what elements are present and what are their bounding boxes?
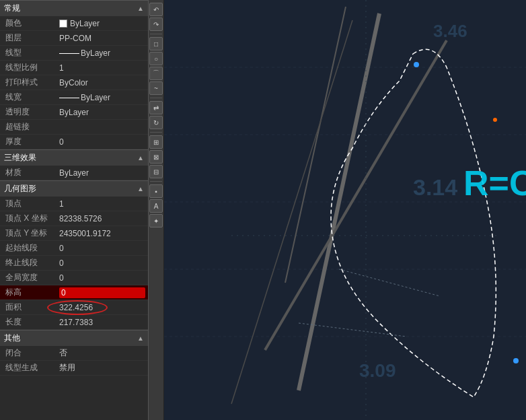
- prop-elevation: 标高 0: [0, 285, 148, 300]
- toolbar-btn-rotate[interactable]: ↻: [149, 116, 163, 129]
- prop-end-seg-value: 0: [59, 258, 145, 268]
- toolbar-btn-undo[interactable]: ↶: [149, 3, 163, 16]
- prop-area-value: 322.4256: [59, 303, 145, 312]
- prop-area: 面积 322.4256: [0, 300, 148, 315]
- cad-drawing: 3.14 3.46 3.09 R=C: [164, 0, 526, 420]
- prop-thickness-value: 0: [59, 137, 145, 147]
- prop-linescale-value: 1: [59, 63, 145, 73]
- toolbar-sep-4: [150, 181, 162, 182]
- toolbar-sep-3: [150, 132, 162, 133]
- section-other[interactable]: 其他 ▲: [0, 330, 148, 346]
- prop-start-seg-value: 0: [59, 244, 145, 253]
- color-swatch: [59, 20, 67, 28]
- svg-text:R=C: R=C: [463, 164, 526, 203]
- prop-linetype-value: ByLayer: [59, 48, 145, 58]
- svg-text:3.46: 3.46: [433, 21, 467, 41]
- prop-elevation-value: 0: [59, 287, 145, 298]
- toolbar-btn-hatch[interactable]: ⊟: [149, 165, 163, 178]
- prop-vertex-y-value: 2435001.9172: [59, 229, 145, 238]
- section-other-arrow: ▲: [137, 335, 144, 342]
- toolbar-sep-1: [150, 34, 162, 34]
- prop-color: 颜色 ByLayer: [0, 16, 148, 31]
- svg-point-9: [513, 358, 519, 363]
- prop-layer-value: PP-COM: [59, 34, 145, 43]
- prop-length: 长度 217.7383: [0, 315, 148, 330]
- toolbar-btn-arc[interactable]: ⌒: [149, 67, 163, 80]
- prop-linescale: 线型比例 1: [0, 61, 148, 75]
- prop-vertex-y-label: 顶点 Y 坐标: [5, 228, 59, 239]
- prop-linewidth: 线宽 ByLayer: [0, 90, 148, 105]
- prop-vertex-label: 顶点: [5, 198, 59, 209]
- prop-vertex: 顶点 1: [0, 197, 148, 211]
- properties-panel: 常规 ▲ 颜色 ByLayer 图层 PP-COM 线型 ByLayer 线型比…: [0, 0, 148, 420]
- line-swatch: [59, 53, 79, 54]
- linewidth-swatch: [59, 98, 79, 98]
- prop-thickness: 厚度 0: [0, 135, 148, 149]
- prop-vertex-x-label: 顶点 X 坐标: [5, 213, 59, 224]
- svg-point-8: [414, 62, 419, 67]
- prop-vertex-y: 顶点 Y 坐标 2435001.9172: [0, 226, 148, 241]
- prop-linegen-label: 线型生成: [5, 362, 59, 374]
- prop-color-value: ByLayer: [59, 19, 145, 28]
- section-3d[interactable]: 三维效果 ▲: [0, 149, 148, 166]
- section-other-label: 其他: [4, 332, 20, 344]
- section-geometry-label: 几何图形: [4, 183, 36, 195]
- toolbar-btn-star[interactable]: ✦: [149, 214, 163, 228]
- toolbar-btn-fill[interactable]: ▪: [149, 184, 163, 198]
- prop-hyperlink-label: 超链接: [5, 121, 59, 133]
- prop-linescale-label: 线型比例: [5, 62, 59, 73]
- toolbar-btn-text[interactable]: A: [149, 199, 163, 213]
- prop-linetype-label: 线型: [5, 47, 59, 59]
- prop-plotstyle-label: 打印样式: [5, 77, 59, 88]
- section-3d-arrow: ▲: [137, 154, 144, 162]
- section-geometry[interactable]: 几何图形 ▲: [0, 180, 148, 197]
- section-general-arrow: ▲: [137, 5, 144, 12]
- prop-global-width-label: 全局宽度: [5, 272, 59, 283]
- prop-material-label: 材质: [5, 167, 59, 178]
- prop-thickness-label: 厚度: [5, 136, 59, 147]
- prop-transparency-value: ByLayer: [59, 108, 145, 117]
- prop-plotstyle: 打印样式 ByColor: [0, 75, 148, 90]
- svg-text:3.09: 3.09: [359, 360, 396, 381]
- prop-vertex-x-value: 82338.5726: [59, 214, 145, 223]
- prop-layer: 图层 PP-COM: [0, 31, 148, 46]
- toolbar-btn-block[interactable]: ⊠: [149, 150, 163, 164]
- toolbar-btn-rect[interactable]: □: [149, 37, 163, 50]
- prop-hyperlink: 超链接: [0, 120, 148, 135]
- prop-closed: 闭合 否: [0, 346, 148, 361]
- prop-material-value: ByLayer: [59, 168, 145, 178]
- prop-closed-value: 否: [59, 347, 145, 359]
- prop-elevation-label: 标高: [5, 287, 59, 298]
- section-general-label: 常规: [4, 3, 20, 14]
- prop-area-label: 面积: [5, 302, 59, 313]
- prop-length-value: 217.7383: [59, 318, 145, 327]
- prop-length-label: 长度: [5, 316, 59, 328]
- prop-end-seg-label: 终止线段: [5, 257, 59, 269]
- prop-linetype: 线型 ByLayer: [0, 46, 148, 61]
- prop-linegen: 线型生成 禁用: [0, 361, 148, 376]
- svg-text:3.14: 3.14: [413, 174, 457, 200]
- toolbar-btn-grid[interactable]: ⊞: [149, 135, 163, 149]
- prop-transparency-label: 透明度: [5, 106, 59, 118]
- toolbar-btn-circle[interactable]: ○: [149, 52, 163, 65]
- prop-start-seg-label: 起始线段: [5, 242, 59, 254]
- prop-linewidth-label: 线宽: [5, 92, 59, 103]
- prop-closed-label: 闭合: [5, 347, 59, 359]
- svg-rect-0: [164, 0, 526, 420]
- prop-material: 材质 ByLayer: [0, 166, 148, 180]
- section-3d-label: 三维效果: [4, 152, 36, 164]
- prop-start-seg: 起始线段 0: [0, 241, 148, 256]
- middle-toolbar: ↶ ↷ □ ○ ⌒ ~ ⇄ ↻ ⊞ ⊠ ⊟ ▪ A ✦: [148, 0, 164, 420]
- toolbar-btn-spline[interactable]: ~: [149, 81, 163, 95]
- prop-vertex-x: 顶点 X 坐标 82338.5726: [0, 211, 148, 226]
- prop-linewidth-value: ByLayer: [59, 93, 145, 102]
- cad-canvas-area: 3.14 3.46 3.09 R=C: [164, 0, 526, 420]
- prop-end-seg: 终止线段 0: [0, 256, 148, 271]
- toolbar-sep-2: [150, 98, 162, 98]
- prop-global-width: 全局宽度 0: [0, 271, 148, 285]
- toolbar-btn-move[interactable]: ⇄: [149, 101, 163, 114]
- toolbar-btn-redo[interactable]: ↷: [149, 18, 163, 31]
- section-general[interactable]: 常规 ▲: [0, 0, 148, 16]
- section-geometry-arrow: ▲: [137, 185, 144, 193]
- prop-transparency: 透明度 ByLayer: [0, 105, 148, 120]
